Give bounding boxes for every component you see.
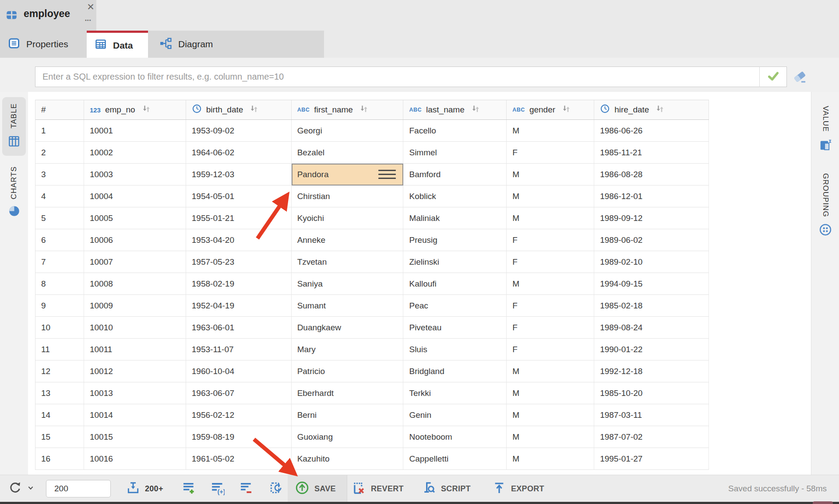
rail-item-value[interactable]: VALUE xyxy=(814,100,837,159)
row-number-cell[interactable]: 1 xyxy=(35,120,84,142)
rail-item-charts[interactable]: CHARTS xyxy=(2,160,26,225)
grid-cell[interactable]: M xyxy=(507,404,594,426)
sort-icon[interactable] xyxy=(140,104,151,116)
duplicate-row-button[interactable]: (+) xyxy=(210,475,225,502)
row-number-cell[interactable]: 15 xyxy=(35,426,84,448)
delete-row-button[interactable] xyxy=(239,475,253,502)
grid-cell[interactable]: M xyxy=(507,207,594,229)
column-header-birth_date[interactable]: birth_date xyxy=(186,100,292,119)
row-number-cell[interactable]: 6 xyxy=(35,229,84,251)
grid-cell[interactable]: 1989-08-24 xyxy=(594,317,709,339)
grid-cell[interactable]: 1953-09-02 xyxy=(186,120,292,142)
grid-cell[interactable]: 1989-09-12 xyxy=(594,207,709,229)
grid-cell[interactable]: 10002 xyxy=(84,142,186,164)
grid-cell[interactable]: 10004 xyxy=(84,186,186,207)
grid-cell[interactable]: Kazuhito xyxy=(292,448,404,470)
grid-cell[interactable]: F xyxy=(507,251,594,273)
paste-cell-button[interactable] xyxy=(269,475,283,502)
grid-cell[interactable]: Bridgland xyxy=(403,360,507,382)
sort-icon[interactable] xyxy=(653,104,665,116)
grid-cell[interactable]: Bezalel xyxy=(292,142,404,164)
grid-cell[interactable]: 1985-10-20 xyxy=(594,382,709,404)
grid-cell[interactable]: 1989-06-02 xyxy=(594,229,709,251)
add-row-button[interactable] xyxy=(182,475,196,502)
column-header-last_name[interactable]: ABClast_name xyxy=(403,100,507,119)
grid-cell[interactable]: 10013 xyxy=(84,382,186,404)
grid-cell[interactable]: F xyxy=(507,339,594,360)
column-header-emp_no[interactable]: 123emp_no xyxy=(84,100,186,119)
sort-icon[interactable] xyxy=(247,104,259,116)
fetch-size-input[interactable] xyxy=(46,480,111,497)
grid-cell[interactable]: 1987-07-02 xyxy=(594,426,709,448)
grid-cell[interactable]: 10009 xyxy=(84,295,186,317)
grid-cell[interactable]: Preusig xyxy=(403,229,507,251)
grid-cell[interactable]: M xyxy=(507,448,594,470)
sort-icon[interactable] xyxy=(469,104,480,116)
grid-cell[interactable]: Facello xyxy=(403,120,507,142)
row-number-cell[interactable]: 7 xyxy=(35,251,84,273)
grid-cell[interactable]: 1961-05-02 xyxy=(186,448,292,470)
row-number-cell[interactable]: 5 xyxy=(35,207,84,229)
grid-cell[interactable]: 10016 xyxy=(84,448,186,470)
grid-cell[interactable]: 1959-08-19 xyxy=(186,426,292,448)
grid-cell[interactable]: 10001 xyxy=(84,120,186,142)
grid-cell[interactable]: 10006 xyxy=(84,229,186,251)
row-number-cell[interactable]: 2 xyxy=(35,142,84,164)
grid-cell[interactable]: 10007 xyxy=(84,251,186,273)
grid-cell[interactable]: 1990-01-22 xyxy=(594,339,709,360)
grid-cell[interactable]: Sumant xyxy=(292,295,404,317)
column-header-gender[interactable]: ABCgender xyxy=(507,100,594,119)
grid-cell[interactable]: 1958-02-19 xyxy=(186,273,292,295)
tab-diagram[interactable]: Diagram xyxy=(151,31,239,58)
grid-cell[interactable]: 1989-02-10 xyxy=(594,251,709,273)
save-button[interactable]: SAVE xyxy=(295,475,336,502)
grid-cell[interactable]: Koblick xyxy=(403,186,507,207)
rail-item-table[interactable]: TABLE xyxy=(2,97,26,156)
grid-cell[interactable]: 1963-06-07 xyxy=(186,382,292,404)
grid-cell[interactable]: M xyxy=(507,426,594,448)
grid-cell[interactable]: 10012 xyxy=(84,360,186,382)
grid-cell[interactable]: 1995-01-27 xyxy=(594,448,709,470)
grid-cell[interactable]: 1986-06-26 xyxy=(594,120,709,142)
grid-cell[interactable]: 1959-12-03 xyxy=(186,164,292,186)
grid-cell[interactable]: M xyxy=(507,273,594,295)
row-number-cell[interactable]: 14 xyxy=(35,404,84,426)
grid-cell[interactable]: Anneke xyxy=(292,229,404,251)
grid-cell[interactable]: 10010 xyxy=(84,317,186,339)
grid-cell[interactable]: Kyoichi xyxy=(292,207,404,229)
grid-cell[interactable]: Saniya xyxy=(292,273,404,295)
grid-cell[interactable]: 10014 xyxy=(84,404,186,426)
grid-cell[interactable]: Piveteau xyxy=(403,317,507,339)
refresh-button[interactable] xyxy=(8,475,34,502)
grid-cell[interactable]: 1986-08-28 xyxy=(594,164,709,186)
grid-cell[interactable]: F xyxy=(507,142,594,164)
grid-cell[interactable]: 1985-02-18 xyxy=(594,295,709,317)
grid-cell[interactable]: 1953-04-20 xyxy=(186,229,292,251)
grid-cell[interactable]: 10011 xyxy=(84,339,186,360)
grid-cell[interactable]: Mary xyxy=(292,339,404,360)
script-button[interactable]: SCRIPT xyxy=(422,475,471,502)
tab-overflow-icon[interactable]: ••• xyxy=(85,18,92,23)
tab-data[interactable]: Data xyxy=(87,31,148,58)
grid-cell[interactable]: Nooteboom xyxy=(403,426,507,448)
grid-cell[interactable]: Pandora xyxy=(292,164,404,186)
grid-cell[interactable]: 1987-03-11 xyxy=(594,404,709,426)
grid-cell[interactable]: Patricio xyxy=(292,360,404,382)
grid-cell[interactable]: M xyxy=(507,186,594,207)
grid-cell[interactable]: 1992-12-18 xyxy=(594,360,709,382)
grid-cell[interactable]: 1994-09-15 xyxy=(594,273,709,295)
rail-item-grouping[interactable]: GROUPING xyxy=(814,167,837,245)
grid-cell[interactable]: Duangkaew xyxy=(292,317,404,339)
grid-cell[interactable]: 1986-12-01 xyxy=(594,186,709,207)
grid-cell[interactable]: 1955-01-21 xyxy=(186,207,292,229)
sort-icon[interactable] xyxy=(357,104,369,116)
grid-cell[interactable]: 10008 xyxy=(84,273,186,295)
grid-cell[interactable]: Cappelletti xyxy=(403,448,507,470)
grid-cell[interactable]: M xyxy=(507,164,594,186)
row-number-cell[interactable]: 9 xyxy=(35,295,84,317)
grid-cell[interactable]: Eberhardt xyxy=(292,382,404,404)
grid-cell[interactable]: M xyxy=(507,382,594,404)
editor-tab-employee[interactable]: employee xyxy=(0,0,96,31)
row-number-cell[interactable]: 3 xyxy=(35,164,84,186)
sort-icon[interactable] xyxy=(560,104,571,116)
